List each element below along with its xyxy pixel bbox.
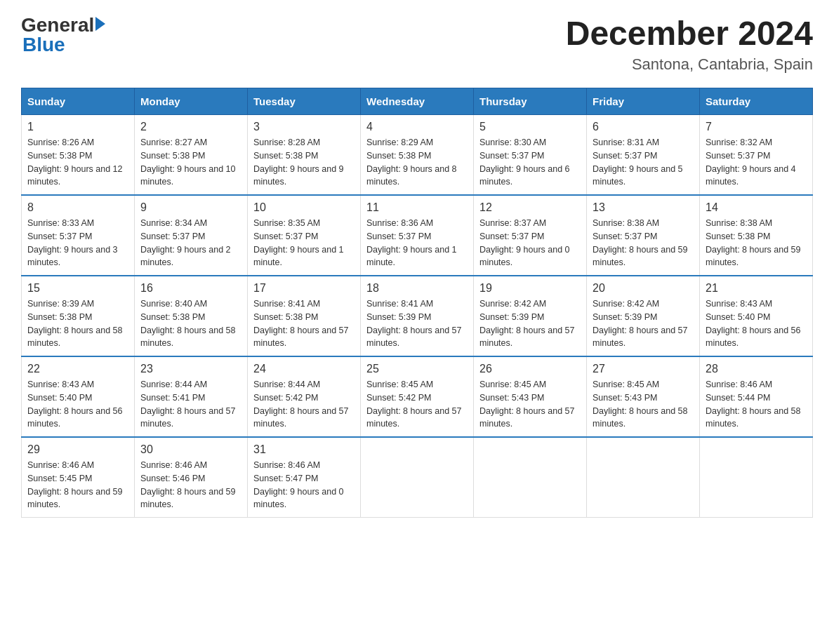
table-row: 27 Sunrise: 8:45 AMSunset: 5:43 PMDaylig…	[587, 356, 700, 437]
table-row: 18 Sunrise: 8:41 AMSunset: 5:39 PMDaylig…	[361, 276, 474, 356]
day-number: 1	[27, 121, 128, 133]
table-row: 25 Sunrise: 8:45 AMSunset: 5:42 PMDaylig…	[361, 356, 474, 437]
day-number: 15	[27, 282, 128, 295]
day-number: 30	[140, 443, 241, 456]
table-row: 30 Sunrise: 8:46 AMSunset: 5:46 PMDaylig…	[135, 437, 248, 518]
calendar-week-row: 8 Sunrise: 8:33 AMSunset: 5:37 PMDayligh…	[22, 195, 813, 276]
day-info: Sunrise: 8:38 AMSunset: 5:37 PMDaylight:…	[593, 217, 694, 269]
day-info: Sunrise: 8:41 AMSunset: 5:38 PMDaylight:…	[253, 297, 355, 350]
day-number: 12	[479, 201, 581, 214]
day-number: 3	[253, 121, 355, 133]
table-row: 4 Sunrise: 8:29 AMSunset: 5:38 PMDayligh…	[361, 115, 474, 196]
day-number: 29	[27, 443, 128, 456]
day-info: Sunrise: 8:35 AMSunset: 5:37 PMDaylight:…	[253, 217, 355, 269]
day-info: Sunrise: 8:32 AMSunset: 5:37 PMDaylight:…	[706, 136, 807, 189]
table-row: 24 Sunrise: 8:44 AMSunset: 5:42 PMDaylig…	[248, 356, 361, 437]
calendar-week-row: 29 Sunrise: 8:46 AMSunset: 5:45 PMDaylig…	[22, 437, 813, 518]
table-row: 2 Sunrise: 8:27 AMSunset: 5:38 PMDayligh…	[135, 115, 248, 196]
calendar-title: December 2024	[566, 14, 813, 53]
table-row	[361, 437, 474, 518]
day-info: Sunrise: 8:43 AMSunset: 5:40 PMDaylight:…	[27, 378, 128, 431]
day-number: 28	[706, 363, 807, 375]
day-info: Sunrise: 8:45 AMSunset: 5:42 PMDaylight:…	[366, 378, 468, 431]
day-number: 5	[479, 121, 581, 133]
table-row	[700, 437, 813, 518]
col-tuesday: Tuesday	[248, 88, 361, 115]
calendar-week-row: 15 Sunrise: 8:39 AMSunset: 5:38 PMDaylig…	[22, 276, 813, 356]
logo: General Blue	[21, 14, 105, 56]
table-row: 31 Sunrise: 8:46 AMSunset: 5:47 PMDaylig…	[248, 437, 361, 518]
day-number: 7	[706, 121, 807, 133]
col-saturday: Saturday	[700, 88, 813, 115]
table-row: 7 Sunrise: 8:32 AMSunset: 5:37 PMDayligh…	[700, 115, 813, 196]
day-info: Sunrise: 8:33 AMSunset: 5:37 PMDaylight:…	[27, 217, 128, 269]
calendar-week-row: 22 Sunrise: 8:43 AMSunset: 5:40 PMDaylig…	[22, 356, 813, 437]
day-number: 10	[253, 201, 355, 214]
day-number: 4	[366, 121, 468, 133]
table-row: 13 Sunrise: 8:38 AMSunset: 5:37 PMDaylig…	[587, 195, 700, 276]
day-info: Sunrise: 8:46 AMSunset: 5:44 PMDaylight:…	[706, 378, 807, 431]
day-number: 18	[366, 282, 468, 295]
day-info: Sunrise: 8:27 AMSunset: 5:38 PMDaylight:…	[140, 136, 241, 189]
table-row: 22 Sunrise: 8:43 AMSunset: 5:40 PMDaylig…	[22, 356, 135, 437]
day-info: Sunrise: 8:42 AMSunset: 5:39 PMDaylight:…	[479, 297, 581, 350]
day-info: Sunrise: 8:30 AMSunset: 5:37 PMDaylight:…	[479, 136, 581, 189]
table-row	[474, 437, 587, 518]
table-row: 5 Sunrise: 8:30 AMSunset: 5:37 PMDayligh…	[474, 115, 587, 196]
day-number: 25	[366, 363, 468, 375]
col-thursday: Thursday	[474, 88, 587, 115]
col-sunday: Sunday	[22, 88, 135, 115]
logo-arrow-icon	[95, 17, 105, 31]
day-info: Sunrise: 8:46 AMSunset: 5:45 PMDaylight:…	[27, 459, 128, 511]
day-number: 24	[253, 363, 355, 375]
day-info: Sunrise: 8:28 AMSunset: 5:38 PMDaylight:…	[253, 136, 355, 189]
day-info: Sunrise: 8:37 AMSunset: 5:37 PMDaylight:…	[479, 217, 581, 269]
day-number: 13	[593, 201, 694, 214]
day-info: Sunrise: 8:29 AMSunset: 5:38 PMDaylight:…	[366, 136, 468, 189]
calendar-table: Sunday Monday Tuesday Wednesday Thursday…	[21, 88, 813, 518]
day-info: Sunrise: 8:34 AMSunset: 5:37 PMDaylight:…	[140, 217, 241, 269]
page-header: General Blue December 2024 Santona, Cant…	[21, 14, 813, 74]
table-row: 26 Sunrise: 8:45 AMSunset: 5:43 PMDaylig…	[474, 356, 587, 437]
day-info: Sunrise: 8:41 AMSunset: 5:39 PMDaylight:…	[366, 297, 468, 350]
day-info: Sunrise: 8:45 AMSunset: 5:43 PMDaylight:…	[593, 378, 694, 431]
day-number: 16	[140, 282, 241, 295]
day-number: 23	[140, 363, 241, 375]
table-row: 20 Sunrise: 8:42 AMSunset: 5:39 PMDaylig…	[587, 276, 700, 356]
table-row: 10 Sunrise: 8:35 AMSunset: 5:37 PMDaylig…	[248, 195, 361, 276]
day-info: Sunrise: 8:46 AMSunset: 5:47 PMDaylight:…	[253, 459, 355, 511]
table-row: 28 Sunrise: 8:46 AMSunset: 5:44 PMDaylig…	[700, 356, 813, 437]
day-number: 9	[140, 201, 241, 214]
day-info: Sunrise: 8:42 AMSunset: 5:39 PMDaylight:…	[593, 297, 694, 350]
table-row: 21 Sunrise: 8:43 AMSunset: 5:40 PMDaylig…	[700, 276, 813, 356]
day-info: Sunrise: 8:39 AMSunset: 5:38 PMDaylight:…	[27, 297, 128, 350]
table-row: 17 Sunrise: 8:41 AMSunset: 5:38 PMDaylig…	[248, 276, 361, 356]
table-row: 14 Sunrise: 8:38 AMSunset: 5:38 PMDaylig…	[700, 195, 813, 276]
day-number: 11	[366, 201, 468, 214]
col-wednesday: Wednesday	[361, 88, 474, 115]
day-info: Sunrise: 8:43 AMSunset: 5:40 PMDaylight:…	[706, 297, 807, 350]
table-row	[587, 437, 700, 518]
day-number: 31	[253, 443, 355, 456]
day-number: 8	[27, 201, 128, 214]
table-row: 12 Sunrise: 8:37 AMSunset: 5:37 PMDaylig…	[474, 195, 587, 276]
table-row: 11 Sunrise: 8:36 AMSunset: 5:37 PMDaylig…	[361, 195, 474, 276]
day-number: 22	[27, 363, 128, 375]
day-info: Sunrise: 8:36 AMSunset: 5:37 PMDaylight:…	[366, 217, 468, 269]
day-number: 21	[706, 282, 807, 295]
calendar-header-row: Sunday Monday Tuesday Wednesday Thursday…	[22, 88, 813, 115]
table-row: 15 Sunrise: 8:39 AMSunset: 5:38 PMDaylig…	[22, 276, 135, 356]
day-number: 2	[140, 121, 241, 133]
table-row: 6 Sunrise: 8:31 AMSunset: 5:37 PMDayligh…	[587, 115, 700, 196]
day-info: Sunrise: 8:26 AMSunset: 5:38 PMDaylight:…	[27, 136, 128, 189]
day-number: 20	[593, 282, 694, 295]
day-number: 6	[593, 121, 694, 133]
day-number: 17	[253, 282, 355, 295]
day-info: Sunrise: 8:38 AMSunset: 5:38 PMDaylight:…	[706, 217, 807, 269]
col-friday: Friday	[587, 88, 700, 115]
day-number: 19	[479, 282, 581, 295]
table-row: 3 Sunrise: 8:28 AMSunset: 5:38 PMDayligh…	[248, 115, 361, 196]
table-row: 8 Sunrise: 8:33 AMSunset: 5:37 PMDayligh…	[22, 195, 135, 276]
day-number: 27	[593, 363, 694, 375]
day-info: Sunrise: 8:46 AMSunset: 5:46 PMDaylight:…	[140, 459, 241, 511]
